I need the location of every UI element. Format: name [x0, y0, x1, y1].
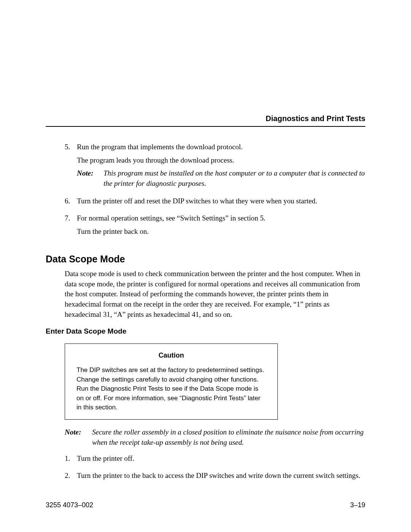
- list-item: 7. For normal operation settings, see “S…: [65, 213, 365, 240]
- note: Note: This program must be installed on …: [77, 168, 365, 189]
- procedure-list-enter-mode: 1. Turn the printer off. 2. Turn the pri…: [65, 454, 365, 484]
- paragraph: Turn the printer to the back to access t…: [77, 471, 365, 481]
- list-item: 1. Turn the printer off.: [65, 454, 365, 467]
- item-content: Turn the printer to the back to access t…: [77, 471, 365, 484]
- note: Note: Secure the roller assembly in a cl…: [65, 427, 365, 447]
- item-content: Turn the printer off and reset the DIP s…: [77, 196, 365, 209]
- item-content: Run the program that implements the down…: [77, 142, 365, 192]
- list-item: 6. Turn the printer off and reset the DI…: [65, 196, 365, 209]
- subsection-heading-enter-data-scope-mode: Enter Data Scope Mode: [46, 326, 365, 337]
- item-number: 2.: [65, 471, 77, 484]
- footer-page-number: 3–19: [350, 501, 365, 509]
- list-item: 5. Run the program that implements the d…: [65, 142, 365, 192]
- paragraph: The program leads you through the downlo…: [77, 155, 365, 166]
- paragraph: Run the program that implements the down…: [77, 142, 365, 152]
- page: Diagnostics and Print Tests 5. Run the p…: [0, 0, 411, 532]
- procedure-list-continued: 5. Run the program that implements the d…: [65, 142, 365, 240]
- page-footer: 3255 4073–002 3–19: [46, 501, 365, 509]
- caution-title: Caution: [76, 351, 266, 360]
- note-text: This program must be installed on the ho…: [104, 168, 365, 189]
- item-content: Turn the printer off.: [77, 454, 365, 467]
- note-label: Note:: [65, 427, 92, 447]
- running-header: Diagnostics and Print Tests: [46, 114, 365, 127]
- caution-body: The DIP switches are set at the factory …: [76, 366, 266, 412]
- body: 5. Run the program that implements the d…: [46, 142, 365, 484]
- paragraph: For normal operation settings, see “Swit…: [77, 213, 365, 224]
- footer-doc-id: 3255 4073–002: [46, 501, 93, 509]
- section-paragraph: Data scope mode is used to check communi…: [65, 269, 365, 320]
- section-heading-data-scope-mode: Data Scope Mode: [46, 252, 365, 266]
- item-number: 6.: [65, 196, 77, 209]
- item-number: 1.: [65, 454, 77, 467]
- list-item: 2. Turn the printer to the back to acces…: [65, 471, 365, 484]
- note-text: Secure the roller assembly in a closed p…: [92, 427, 365, 447]
- paragraph: Turn the printer off and reset the DIP s…: [77, 196, 365, 206]
- paragraph: Turn the printer off.: [77, 454, 365, 464]
- paragraph: Turn the printer back on.: [77, 227, 365, 237]
- item-number: 7.: [65, 213, 77, 240]
- note-label: Note:: [77, 168, 104, 189]
- item-content: For normal operation settings, see “Swit…: [77, 213, 365, 240]
- item-number: 5.: [65, 142, 77, 192]
- caution-box: Caution The DIP switches are set at the …: [65, 343, 278, 420]
